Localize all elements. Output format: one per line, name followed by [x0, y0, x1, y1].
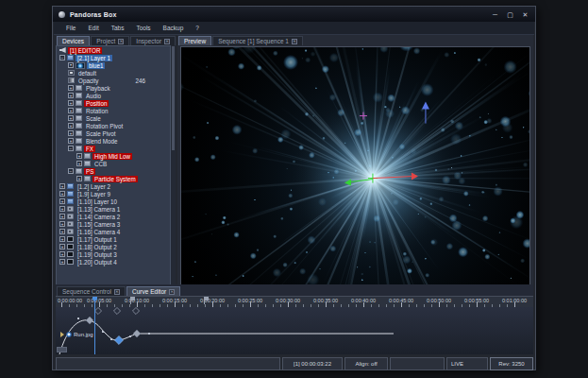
tree-row-ps[interactable]: −PS [57, 167, 170, 175]
menu-help[interactable]: ? [195, 25, 199, 31]
tree-row-label: blue1 [87, 62, 105, 69]
tree-row-ccb[interactable]: +CCB [57, 160, 170, 167]
tree-row-rotation-pivot[interactable]: +Rotation Pivot [57, 122, 170, 129]
tree-row-rotation[interactable]: +Rotation [57, 107, 170, 114]
menu-file[interactable]: File [66, 25, 76, 31]
folder-icon [84, 153, 91, 159]
tree-row-layer-2[interactable]: +[1.2] Layer 2 [57, 182, 170, 190]
minimize-icon[interactable]: ─ [491, 10, 499, 19]
tab-close-icon[interactable]: ✕ [169, 289, 175, 295]
tree-row-editor[interactable]: [1] EDITOR [57, 46, 170, 54]
maximize-icon[interactable]: ▢ [506, 10, 514, 19]
expand-toggle-icon[interactable]: + [76, 161, 82, 166]
tree-row-opacity[interactable]: Opacity246 [57, 77, 170, 84]
tree-row-blend-mode[interactable]: +Blend Mode [57, 137, 170, 145]
tree-row-particle-system[interactable]: +Particle System [57, 175, 170, 182]
left-tab-project[interactable]: Project✕ [91, 36, 129, 45]
tree-row-camera-3[interactable]: +[1.15] Camera 3 [57, 220, 170, 228]
expand-toggle-icon[interactable]: − [68, 146, 74, 151]
expand-toggle-icon[interactable]: − [59, 55, 65, 60]
playhead-line[interactable] [94, 297, 95, 354]
expand-toggle-icon[interactable]: + [59, 221, 65, 227]
left-tab-inspector[interactable]: Inspector✕ [130, 36, 176, 45]
tree-row-playback[interactable]: +Playback [57, 84, 170, 92]
menu-tabs[interactable]: Tabs [111, 25, 125, 31]
preview-viewport[interactable] [180, 46, 530, 286]
header-keyframe[interactable] [113, 307, 120, 314]
left-tab-devices[interactable]: Devices [57, 36, 90, 45]
expand-toggle-icon[interactable]: + [68, 130, 74, 136]
expand-toggle-icon[interactable]: + [59, 251, 65, 257]
expand-toggle-icon[interactable]: + [59, 244, 65, 249]
expand-toggle-icon[interactable]: + [68, 100, 74, 106]
tree-row-blue1[interactable]: ▾blue1 [57, 61, 170, 69]
tree-row-camera-1[interactable]: +[1.13] Camera 1 [57, 205, 170, 213]
menu-edit[interactable]: Edit [88, 25, 98, 31]
tree-row-camera-2[interactable]: +[1.14] Camera 2 [57, 213, 170, 220]
tree-row-layer-9[interactable]: +[1.9] Layer 9 [57, 190, 170, 198]
tree-row-fx[interactable]: −FX [57, 145, 170, 152]
tree-row-audio[interactable]: +Audio [57, 92, 170, 99]
tree-row-high-mid-low[interactable]: +High Mid Low [57, 152, 170, 160]
expand-toggle-icon[interactable]: + [68, 115, 74, 121]
tree-scrollbar[interactable] [171, 45, 176, 288]
tree-row-output-1[interactable]: +[1.17] Output 1 [57, 235, 170, 243]
control-point [110, 338, 112, 340]
tree-row-scale-pivot[interactable]: +Scale Pivot [57, 129, 170, 137]
expand-toggle-icon[interactable]: + [68, 123, 74, 129]
timeline-ruler[interactable]: 0:00:00:000:00:05:000:00:10:000:00:15:00… [56, 296, 533, 307]
cue-marker-icon[interactable] [130, 297, 135, 301]
tree-row-label: FX [84, 146, 95, 152]
expand-toggle-icon[interactable]: + [59, 259, 65, 265]
tree-row-default[interactable]: default [57, 69, 170, 77]
title-bar[interactable]: Pandoras Box ─ ▢ ✕ [53, 7, 535, 22]
expand-toggle-icon[interactable]: + [59, 183, 65, 189]
tree-row-camera-4[interactable]: +[1.16] Camera 4 [57, 228, 170, 235]
expand-toggle-icon[interactable]: + [59, 236, 65, 242]
header-keyframe[interactable] [94, 307, 101, 314]
menu-backup[interactable]: Backup [163, 25, 184, 31]
expand-toggle-icon[interactable]: + [59, 206, 65, 212]
tree-row-scale[interactable]: +Scale [57, 114, 170, 122]
expand-toggle-icon[interactable]: + [68, 85, 74, 91]
menu-tools[interactable]: Tools [136, 25, 150, 31]
expand-toggle-icon[interactable]: + [76, 153, 82, 159]
keyframe[interactable] [133, 330, 141, 337]
tree-row-output-3[interactable]: +[1.19] Output 3 [57, 250, 170, 258]
expand-toggle-icon[interactable]: + [59, 191, 65, 197]
tree-row-output-4[interactable]: +[1.20] Output 4 [57, 258, 170, 266]
curve-editor-area[interactable]: Run.jpg [56, 307, 533, 354]
right-tab-preview[interactable]: Preview [178, 36, 211, 45]
control-point [129, 335, 131, 337]
expand-toggle-icon[interactable]: + [76, 176, 82, 181]
scrollbar-thumb[interactable] [172, 46, 175, 150]
expand-toggle-icon[interactable]: + [68, 93, 74, 98]
expand-toggle-icon[interactable]: + [59, 214, 65, 219]
parameter-value: 246 [135, 77, 145, 84]
track-header[interactable]: Run.jpg [60, 332, 93, 337]
tree-row-output-2[interactable]: +[1.18] Output 2 [57, 243, 170, 250]
tree-row-layer-1[interactable]: −[2.1] Layer 1 [57, 54, 170, 61]
media-dropdown-icon[interactable]: ▾ [68, 62, 74, 68]
tab-close-icon[interactable]: ✕ [164, 39, 170, 44]
expand-toggle-icon[interactable]: + [59, 229, 65, 234]
tab-label: Inspector [136, 38, 161, 44]
tab-close-icon[interactable]: ✕ [118, 39, 124, 44]
expand-toggle-icon[interactable]: + [59, 198, 65, 204]
bottom-tab-curve-editor[interactable]: Curve Editor✕ [126, 286, 180, 296]
cue-marker-icon[interactable] [204, 297, 209, 301]
bottom-tab-sequence-control[interactable]: Sequence Control✕ [57, 286, 126, 296]
tab-close-icon[interactable]: ✕ [114, 289, 120, 295]
expand-toggle-icon[interactable]: + [68, 108, 74, 113]
close-icon[interactable]: ✕ [521, 10, 529, 19]
keyframe[interactable] [86, 317, 93, 324]
keyframe-selected[interactable] [114, 335, 123, 344]
header-keyframe[interactable] [132, 307, 139, 314]
tab-close-icon[interactable]: ✕ [292, 39, 297, 44]
curve-scroll-box[interactable] [57, 347, 67, 352]
tree-row-position[interactable]: +Position [57, 99, 170, 107]
expand-toggle-icon[interactable]: − [68, 168, 74, 174]
expand-toggle-icon[interactable]: + [68, 138, 74, 144]
right-tab-sequence-1-sequence-1[interactable]: Sequence [1] Sequence 1✕ [212, 36, 303, 45]
tree-row-layer-10[interactable]: +[1.10] Layer 10 [57, 198, 170, 205]
